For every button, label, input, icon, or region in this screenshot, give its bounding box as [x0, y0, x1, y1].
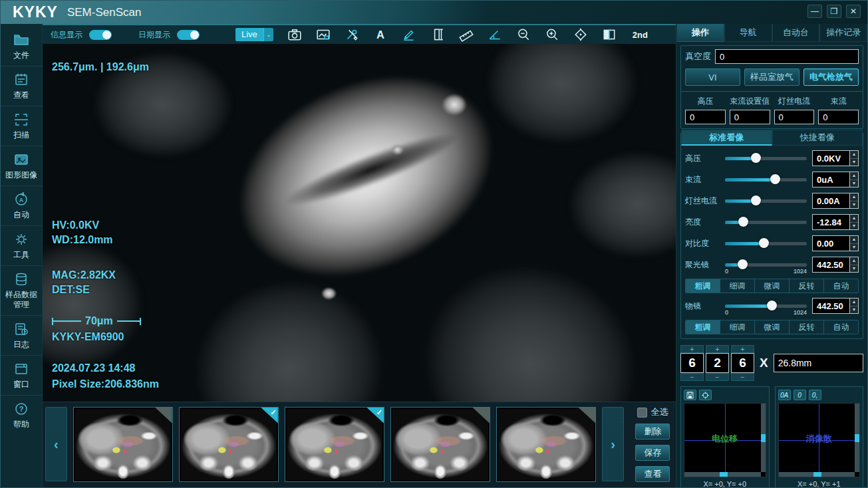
spin-down[interactable]: ▼ [850, 306, 858, 314]
fine-button[interactable]: 细调 [720, 279, 755, 293]
auto-button[interactable]: 自动 [824, 279, 858, 293]
close-button[interactable]: ✕ [846, 5, 861, 18]
live-dropdown[interactable]: ⌄ [263, 28, 273, 41]
angle-measure-icon[interactable] [488, 27, 502, 42]
strip-prev-button[interactable]: ‹ [45, 407, 67, 481]
spin-down[interactable]: ▼ [850, 201, 858, 209]
contrast-slider-thumb[interactable] [759, 238, 769, 248]
contrast-value-box[interactable]: 0.00 [812, 235, 849, 251]
sidebar-item-log[interactable]: 日志 [1, 316, 42, 356]
digit-decrement-button[interactable]: − [680, 373, 704, 381]
chamber-vent-button[interactable]: 样品室放气 [744, 68, 799, 86]
horizontal-scrollbar[interactable] [779, 472, 855, 477]
tab-auto-stage[interactable]: 自动台 [772, 24, 820, 42]
text-annotation-icon[interactable]: A [373, 27, 388, 42]
hv-value-box[interactable]: 0.0KV [812, 150, 849, 166]
vi-button[interactable]: VI [685, 68, 740, 86]
hv-slider-thumb[interactable] [751, 153, 761, 163]
thumbnail-2[interactable]: ✓ [179, 407, 279, 482]
sidebar-item-sample-data[interactable]: 样品数据管理 [1, 266, 42, 316]
micro-button[interactable]: 微调 [755, 279, 790, 293]
digit-increment-button[interactable]: + [706, 345, 729, 353]
camera-icon[interactable] [287, 27, 302, 42]
objective-value-box[interactable]: 442.50 [812, 298, 849, 314]
strip-next-button[interactable]: › [602, 407, 624, 481]
thumbnail-3[interactable]: ✓ [285, 407, 384, 482]
beam-set-readout-field[interactable]: 0 [730, 110, 770, 124]
stigmator-field[interactable]: 消像散 [778, 403, 861, 477]
invert-button[interactable]: 反转 [790, 320, 824, 334]
hv-slider-track[interactable] [725, 157, 807, 160]
filament-readout-field[interactable]: 0 [774, 110, 815, 124]
second-mode-label[interactable]: 2nd [633, 30, 648, 40]
working-distance-field[interactable]: 26.8mm [774, 354, 863, 372]
vertical-measure-icon[interactable] [430, 27, 445, 42]
spin-up[interactable]: ▲ [850, 215, 858, 223]
tools-icon[interactable] [345, 27, 359, 42]
micro-button[interactable]: 微调 [755, 320, 790, 334]
live-button[interactable]: Live [235, 28, 263, 41]
tab-standard-imaging[interactable]: 标准看像 [681, 130, 772, 146]
save-button[interactable]: 保存 [635, 445, 670, 461]
vertical-scrollbar[interactable] [761, 404, 766, 472]
sidebar-item-window[interactable]: 窗口 [1, 356, 42, 396]
coarse-button[interactable]: 粗调 [686, 320, 720, 334]
spin-up[interactable]: ▲ [850, 172, 858, 180]
view-button[interactable]: 查看 [635, 466, 670, 482]
display-capture-icon[interactable] [316, 27, 331, 42]
stig-a-icon[interactable]: 0A [778, 390, 791, 400]
invert-button[interactable]: 反转 [790, 279, 824, 293]
horizontal-scrollbar[interactable] [684, 472, 761, 477]
tab-navigation[interactable]: 导航 [724, 24, 772, 42]
fine-button[interactable]: 细调 [720, 320, 755, 334]
ruler-icon[interactable] [459, 27, 474, 42]
tab-operation-log[interactable]: 操作记录 [819, 24, 867, 42]
vacuum-value-field[interactable]: 0 [715, 49, 859, 64]
select-all-checkbox[interactable]: 全选 [637, 406, 668, 418]
spin-down[interactable]: ▼ [850, 223, 858, 230]
target-icon[interactable] [699, 390, 712, 400]
sidebar-item-tools[interactable]: 工具 [1, 226, 42, 266]
pen-icon[interactable] [402, 27, 416, 42]
delete-button[interactable]: 删除 [635, 424, 670, 439]
info-display-toggle[interactable] [89, 30, 112, 40]
brightness-slider-track[interactable] [725, 221, 807, 224]
tab-operation[interactable]: 操作 [676, 24, 724, 42]
spin-up[interactable]: ▲ [850, 257, 858, 265]
spin-up[interactable]: ▲ [850, 151, 858, 159]
spin-down[interactable]: ▼ [850, 244, 858, 251]
sidebar-item-file[interactable]: 文件 [1, 27, 42, 66]
digit-decrement-button[interactable]: − [731, 373, 754, 381]
stig-o-icon[interactable]: 0 [794, 390, 806, 400]
thumbnail-4[interactable]: ✓ [390, 407, 490, 482]
minimize-button[interactable]: — [807, 5, 822, 18]
beam-slider-thumb[interactable] [770, 174, 780, 184]
thumbnail-1[interactable]: ✓ [73, 407, 173, 482]
sem-image-viewport[interactable]: 256.7μm. | 192.6μm HV:0.0KV WD:12.0mm MA… [43, 44, 676, 402]
brightness-value-box[interactable]: -12.84 [812, 214, 849, 230]
beam-shift-field[interactable]: 电位移 [684, 403, 766, 477]
beam-slider-track[interactable] [725, 178, 807, 182]
sidebar-item-auto[interactable]: A 自动 [1, 186, 42, 226]
filament-value-box[interactable]: 0.00A [812, 193, 849, 209]
sidebar-item-help[interactable]: ? 帮助 [1, 396, 42, 435]
filament-slider-track[interactable] [725, 199, 807, 203]
spin-down[interactable]: ▼ [850, 159, 858, 166]
maximize-button[interactable]: ❐ [827, 5, 841, 18]
coarse-button[interactable]: 粗调 [686, 279, 720, 293]
zoom-in-icon[interactable] [545, 27, 559, 42]
digit-increment-button[interactable]: + [731, 345, 754, 353]
beam-readout-field[interactable]: 0 [818, 110, 859, 124]
digit-increment-button[interactable]: + [680, 345, 704, 353]
thumbnail-5[interactable]: ✓ [496, 407, 596, 482]
hv-readout-field[interactable]: 0 [685, 110, 726, 124]
save-icon[interactable] [684, 390, 696, 400]
digit-decrement-button[interactable]: − [706, 373, 729, 381]
beam-value-box[interactable]: 0uA [812, 172, 849, 187]
spin-up[interactable]: ▲ [850, 299, 858, 306]
vertical-scrollbar[interactable] [855, 404, 859, 472]
objective-slider-track[interactable] [725, 305, 807, 308]
spin-up[interactable]: ▲ [850, 236, 858, 244]
spin-up[interactable]: ▲ [850, 193, 858, 201]
stig-o2-icon[interactable]: 0, [809, 390, 821, 400]
